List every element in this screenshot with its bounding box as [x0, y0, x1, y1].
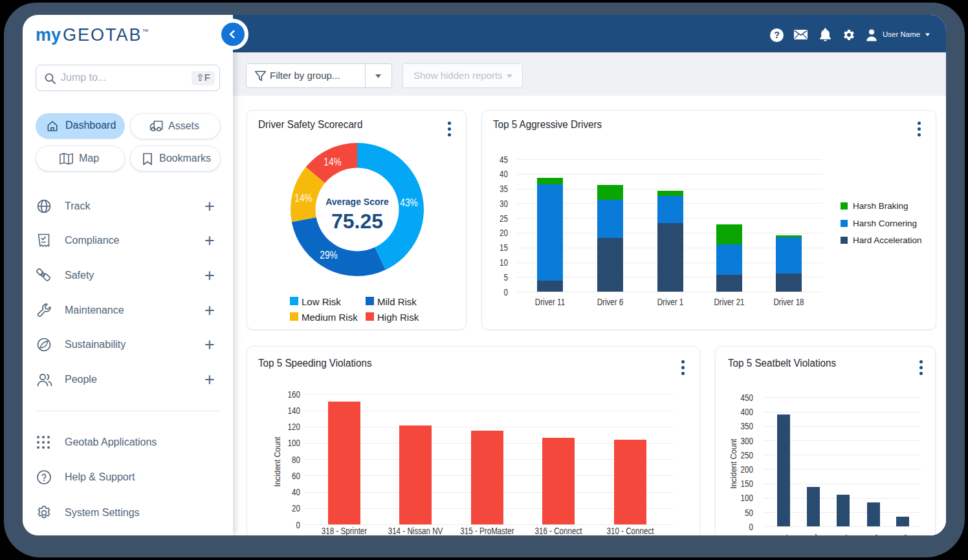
svg-text:?: ? [774, 30, 780, 40]
